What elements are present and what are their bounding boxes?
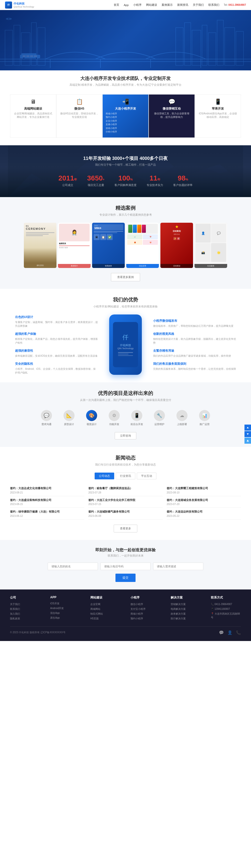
stats-subtitle: 我们专注于每一个细节，精工细作，打造一流产品 xyxy=(10,163,241,167)
nav-about[interactable]: 关于我们 xyxy=(193,3,204,7)
case-medical[interactable]: 👩‍⚕️ 健康医美 美容医疗服务 美容医疗 xyxy=(58,223,91,268)
feature-icon-marketing: 💬 xyxy=(152,98,191,105)
news-section: 新闻动态 我们专注行业资讯和前沿技术，为您分享最新动态 公司动态 行业资讯 平台… xyxy=(0,447,251,540)
adv-ui: 出色的UI设计 专属客户定制，涵盖商城、预约等，满足客户多元需求，精美视觉设计，… xyxy=(15,315,98,328)
stats-numbers: 2011年 公司成立 3650+ 项目完工总量 100% 客户回购率满意度 11… xyxy=(10,174,241,187)
footer-link-shopmini[interactable]: 商城小程序 xyxy=(131,612,160,616)
wechat-icon[interactable]: 💬 xyxy=(219,630,224,635)
cta-name-input[interactable] xyxy=(48,563,98,570)
nav-news[interactable]: 新闻资讯 xyxy=(177,3,188,7)
process-steps: 💬 需求沟通 📐 原型设计 🎨 视觉设计 ⚙ 功能开发 📱 前后台开发 🔧 运营… xyxy=(5,408,246,428)
nav-app[interactable]: App xyxy=(124,3,129,6)
footer-link-ios[interactable]: iOS开发 xyxy=(50,601,80,605)
footer-link-medical[interactable]: 医疗解决方案 xyxy=(171,617,201,620)
news-tab-platform[interactable]: 平台互动 xyxy=(137,473,156,479)
footer-link-privacy[interactable]: 隐私政策 xyxy=(10,617,40,620)
footer-top: 公司 关于我们 联系我们 加入我们 隐私政策 APP iOS开发 Android… xyxy=(10,595,241,621)
footer-link-responsive[interactable]: 响应式网站 xyxy=(91,612,120,616)
footer-link-about[interactable]: 关于我们 xyxy=(10,602,40,606)
footer-link-apptmini[interactable]: 预约小程序 xyxy=(131,617,160,620)
feature-h5: 📋 微信H5 微信H5活动页面，营销活动开发，专业视觉呈现 xyxy=(56,94,102,138)
intro-top: 大连小程序开发专业技术团队，专业定制开发 高端定制·精准开发，为品牌赋能，高品质… xyxy=(0,70,251,87)
footer-col-company: 公司 关于我们 联系我们 加入我们 隐私政策 xyxy=(10,595,40,621)
news-item-5[interactable]: 签约：大连工业大学生化化学工程学院 2023-07-15 xyxy=(88,496,163,508)
float-btn-up[interactable] xyxy=(245,425,251,431)
adv-service: 我们的售后服务面面俱到 完善的售后服务体系，随时响应您的每一个需求，让您无忧使用… xyxy=(153,362,236,371)
advantages-layout: 出色的UI设计 专属客户定制，涵盖商城、预约等，满足客户多元需求，精美视觉设计，… xyxy=(15,314,236,375)
case-gov[interactable]: 2020 智慧政务 🏛 📋 ✅ 智慧政务 xyxy=(92,223,125,268)
feature-website: 🖥 高端网站建设 企业官网/商城建设，高品质响应式网站开发，专为企业量身打造 xyxy=(10,94,56,138)
step-icon-prototype: 📐 xyxy=(64,410,75,421)
footer-link-corpweb[interactable]: 企业官网 xyxy=(91,602,120,606)
footer-link-contact[interactable]: 联系我们 xyxy=(10,607,40,611)
footer-link-hybrid[interactable]: 混合App xyxy=(50,611,80,615)
phone-icon[interactable]: 📞 xyxy=(236,630,241,635)
footer-link-join[interactable]: 加入我们 xyxy=(10,612,40,616)
nav-contact[interactable]: 联系我们 xyxy=(208,3,219,7)
intro-desc: 高端定制·精准开发，为品牌赋能，高品质小程序开发，专为大连/辽宁企业量身打造定制… xyxy=(15,83,236,87)
footer-link-alimini[interactable]: 支付宝小程序 xyxy=(131,607,160,611)
adv-publish: 小程序微信端发布 微信端发布，优质推广，帮助您轻松触达亿万用户群体，提升品牌曝光… xyxy=(153,319,236,328)
footer-link-native[interactable]: 原生App xyxy=(50,616,80,620)
feature-marketing: 💬 微信营销互动 微信营销工具，助力企业获客增粉，提升品牌影响力 xyxy=(149,94,195,138)
float-btn-top[interactable] xyxy=(245,438,251,444)
news-item-6[interactable]: 签约：大连城际燃气服务有限公司 2023-06-08 xyxy=(88,508,163,519)
news-item-3[interactable]: 签约：绿华康医疗健康（大连）有限公司 2023-06-12 xyxy=(10,508,84,519)
step-icon-frontend: 📱 xyxy=(131,410,142,421)
cta-title: 即刻开始，与您一起创造更优体验 xyxy=(10,548,241,553)
news-tab-industry[interactable]: 行业资讯 xyxy=(116,473,135,479)
logo-icon: 仟 xyxy=(5,1,12,8)
nav-website[interactable]: 网站建设 xyxy=(146,3,157,7)
news-item-2[interactable]: 签约：大连盛业装饰科技有限公司 2023-08-15 xyxy=(10,496,84,508)
case-social[interactable]: 👤 💬 📸 🌟 社交媒体 xyxy=(194,223,227,268)
news-col-3: 签约：大连辉耀工程建筑有限公司 2023-08-10 签约：大连港城业务发展有限… xyxy=(167,485,241,519)
news-tab-company[interactable]: 公司动态 xyxy=(95,473,114,479)
step-icon-visual: 🎨 xyxy=(86,410,97,421)
news-item-4[interactable]: 签约：鲸鱼餐厅（翻牌厨房连送品） 2023-07-28 xyxy=(88,485,163,496)
case-ceremony[interactable]: 01 CEREMONY 婚礼策划 xyxy=(24,223,57,268)
news-subtitle: 我们专注行业资讯和前沿技术，为您分享最新动态 xyxy=(10,463,241,467)
nav-home[interactable]: 首页 xyxy=(114,3,119,7)
step-dev: ⚙ 功能开发 xyxy=(103,408,126,428)
phone-logo-icon: 仟 xyxy=(122,333,129,341)
case-red[interactable]: ★ 活动策划 精彩活动 ✨ 🎯 活动策划 xyxy=(160,223,193,268)
footer-link-h5[interactable]: H5页面 xyxy=(91,617,120,620)
footer-address: 📍 大连市西岗区五四路88号 xyxy=(211,612,241,619)
footer-link-android[interactable]: Android开发 xyxy=(50,606,80,610)
footer-link-ecommerce[interactable]: 电商解决方案 xyxy=(171,607,201,611)
step-deploy: ☁ 上线部署 xyxy=(171,408,193,428)
nav-cases[interactable]: 案例展示 xyxy=(162,3,173,7)
stat-praise: 98% 客户自愿好评率 xyxy=(173,174,192,187)
step-icon-dev: ⚙ xyxy=(109,410,120,421)
svg-point-43 xyxy=(8,18,9,20)
step-icon-promote: 📊 xyxy=(199,410,210,421)
news-item-8[interactable]: 签约：大连港城业务发展有限公司 2023-07-20 xyxy=(167,496,241,508)
nav-miniapp[interactable]: 小程序 xyxy=(133,3,142,7)
news-item-1[interactable]: 签约：大连达成文化传播有限公司 2023-08-21 xyxy=(10,485,84,496)
footer-link-wxmini[interactable]: 微信小程序 xyxy=(131,602,160,606)
cta-desc-input[interactable] xyxy=(153,563,203,570)
case-app[interactable]: 🛒 📅 🎁 💝 综合应用 xyxy=(126,223,159,268)
cases-more-btn[interactable]: 查看更多案例 xyxy=(111,273,140,281)
cta-submit-btn[interactable]: 提交 xyxy=(115,574,136,582)
user-icon[interactable]: 👤 xyxy=(227,630,232,635)
footer-col-app: APP iOS开发 Android开发 混合App 原生App xyxy=(50,595,80,621)
news-item-7[interactable]: 签约：大连辉耀工程建筑有限公司 2023-08-10 xyxy=(167,485,241,496)
news-item-9[interactable]: 签约：大连远达科技有限公司 2023-05-22 xyxy=(167,508,241,519)
cta-section: 即刻开始，与您一起创造更优体验 联系我们，一起开创美好未来 提交 xyxy=(0,540,251,589)
svg-rect-35 xyxy=(21,53,36,55)
news-more-btn[interactable]: 查看更多 xyxy=(114,525,137,532)
float-btn-down[interactable] xyxy=(245,431,251,437)
feature-miniapp: 📲 大连小程序开发 商城小程序预约小程序企业小程序直播小程序游戏小程序分销小程序 xyxy=(102,94,149,138)
process-consult-btn[interactable]: 立即咨询 xyxy=(115,432,136,439)
stats-section: 11年开发经验 3000+个项目 4000多个日夜 我们专注于每一个细节，精工细… xyxy=(0,145,251,197)
process-subtitle: 从第一次沟通到最终上线，我们严格把控每一个环节，确保项目高质量交付 xyxy=(5,398,246,402)
footer-link-marketing[interactable]: 营销解决方案 xyxy=(171,602,201,606)
logo: 仟 仟化科技 Qianhua Technology xyxy=(5,1,34,8)
footer-link-shopweb[interactable]: 商城网站 xyxy=(91,607,120,611)
footer-link-gov[interactable]: 政务解决方案 xyxy=(171,612,201,616)
cta-phone-input[interactable] xyxy=(100,563,151,570)
stat-founded: 2011年 公司成立 xyxy=(59,174,77,187)
footer-col-contact: 联系方式 📞 0411-39664907 📱 13941166907 📍 大连市… xyxy=(211,595,241,621)
feature-icon-miniapp: 📲 xyxy=(106,98,145,105)
